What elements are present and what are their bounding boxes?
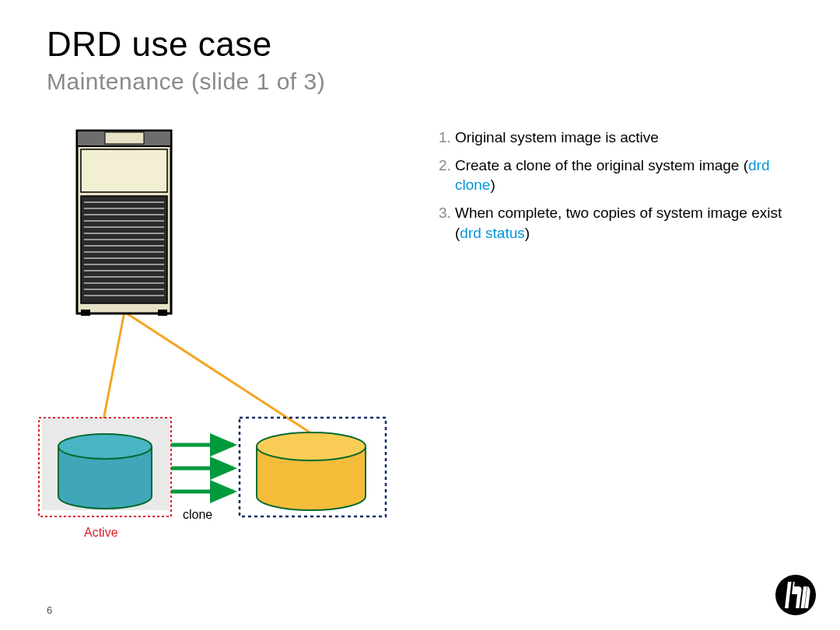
step-text-post: ) — [490, 177, 495, 193]
svg-rect-21 — [81, 149, 167, 192]
step-item: Create a clone of the original system im… — [455, 156, 789, 195]
svg-point-41 — [775, 575, 816, 615]
step-text-post: ) — [525, 225, 530, 241]
svg-rect-2 — [42, 418, 170, 510]
svg-rect-4 — [240, 418, 386, 516]
svg-rect-18 — [77, 131, 171, 313]
svg-point-5 — [58, 484, 152, 509]
active-label: Active — [84, 526, 118, 540]
disk-clone-icon — [257, 432, 366, 510]
svg-line-0 — [101, 312, 124, 432]
svg-point-9 — [58, 434, 152, 459]
server-icon — [77, 131, 171, 316]
hp-logo-icon — [775, 574, 817, 616]
page-number: 6 — [47, 604, 52, 616]
svg-rect-22 — [81, 196, 167, 303]
svg-rect-3 — [39, 418, 171, 516]
step-item: Original system image is active — [455, 128, 789, 148]
clone-arrows-icon — [171, 445, 233, 492]
disk-active-icon — [58, 434, 152, 509]
svg-point-14 — [257, 432, 366, 460]
slide: DRD use case Maintenance (slide 1 of 3) … — [0, 0, 840, 630]
step-item: When complete, two copies of system imag… — [455, 203, 789, 243]
svg-line-1 — [124, 312, 311, 433]
svg-rect-19 — [77, 131, 171, 146]
steps-list: Original system image is active Create a… — [432, 128, 789, 250]
svg-rect-11 — [257, 446, 366, 496]
svg-rect-20 — [105, 132, 144, 144]
svg-rect-39 — [81, 310, 90, 316]
svg-rect-6 — [58, 446, 152, 496]
clone-label: clone — [183, 508, 212, 522]
step-text: Original system image is active — [455, 129, 659, 145]
slide-title: DRD use case — [47, 25, 272, 64]
svg-rect-40 — [158, 310, 167, 316]
step-command: drd status — [460, 225, 524, 241]
step-text: Create a clone of the original system im… — [455, 157, 748, 173]
slide-subtitle: Maintenance (slide 1 of 3) — [47, 68, 325, 95]
svg-point-10 — [257, 482, 366, 510]
